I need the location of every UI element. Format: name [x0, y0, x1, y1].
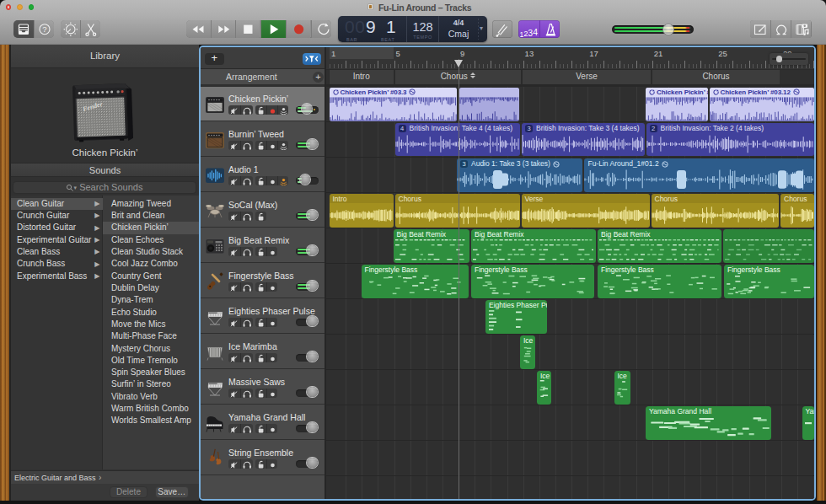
- svg-text:?: ?: [42, 24, 46, 34]
